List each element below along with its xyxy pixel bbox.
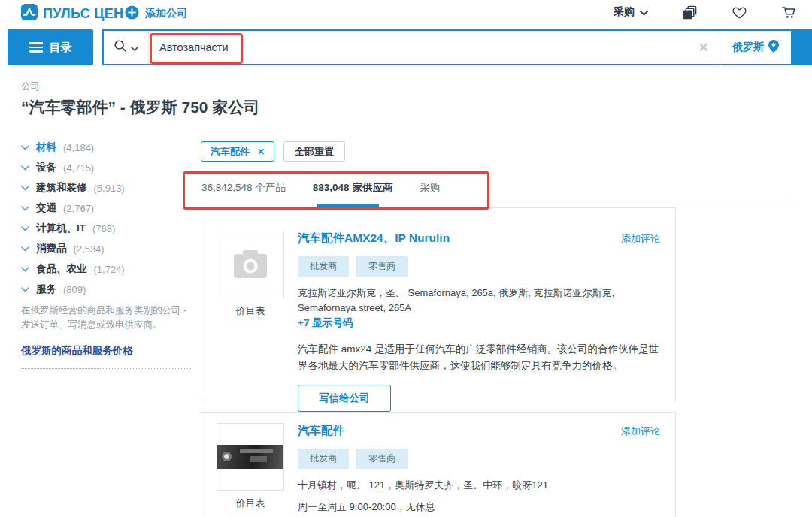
search-bar: ✕ 俄罗斯 bbox=[102, 29, 812, 65]
catalog-button[interactable]: 目录 bbox=[8, 29, 93, 65]
reset-all-button[interactable]: 全部重置 bbox=[283, 141, 345, 162]
category-sidebar: 材料 (4,184) 设备 (4,715) 建筑和装修 (5,913) 交通 (… bbox=[21, 142, 194, 304]
plus-icon bbox=[125, 5, 139, 22]
add-review-link[interactable]: 添加评论 bbox=[621, 232, 660, 246]
search-input[interactable] bbox=[149, 31, 688, 64]
topbar-actions: 采购 bbox=[614, 4, 797, 20]
tabs-divider bbox=[201, 204, 793, 204]
company-card-body: 汽车配件AMX24、IP Nurulin 添加评论 批发商 零售商 克拉斯诺亚尔… bbox=[298, 231, 660, 401]
company-card-body: 汽车配件 添加评论 批发商 零售商 十月镇村，呃。 121，奥斯特罗夫齐，圣。中… bbox=[298, 423, 660, 517]
region-selector[interactable]: 俄罗斯 bbox=[720, 40, 791, 55]
sidebar-item-construction[interactable]: 建筑和装修 (5,913) bbox=[21, 183, 194, 193]
company-photo-placeholder[interactable] bbox=[217, 231, 284, 298]
hours-weekdays: 周一至周五 9:00-20:00，无休息 bbox=[298, 499, 660, 516]
pricelist-link[interactable]: 价目表 bbox=[217, 304, 284, 318]
catalog-label: 目录 bbox=[50, 41, 72, 55]
pricelist-link[interactable]: 价目表 bbox=[217, 497, 284, 510]
badge-wholesaler: 批发商 bbox=[298, 449, 349, 469]
clear-search-icon[interactable]: ✕ bbox=[688, 40, 720, 56]
sidebar-item-materials[interactable]: 材料 (4,184) bbox=[21, 142, 194, 153]
badge-wholesaler: 批发商 bbox=[298, 256, 349, 277]
company-address: 十月镇村，呃。 121，奥斯特罗夫齐，圣。中环，咬呀121 bbox=[298, 478, 660, 493]
logo-text: ПУЛЬС ЦЕН bbox=[43, 6, 123, 22]
add-review-link[interactable]: 添加评论 bbox=[621, 425, 660, 438]
company-name-link[interactable]: 汽车配件AMX24、IP Nurulin bbox=[298, 231, 450, 246]
chip-close-icon[interactable]: ✕ bbox=[257, 147, 265, 157]
company-card: 价目表 汽车配件 添加评论 批发商 零售商 十月镇村，呃。 121，奥斯特罗夫齐… bbox=[201, 412, 676, 517]
company-photo-image bbox=[217, 445, 283, 469]
favorites-heart-icon[interactable] bbox=[731, 4, 747, 20]
write-to-company-button[interactable]: 写信给公司 bbox=[298, 385, 391, 412]
page-title: “汽车零部件” - 俄罗斯 750 家公司 bbox=[21, 97, 259, 118]
show-phone-link[interactable]: +7 显示号码 bbox=[298, 317, 353, 328]
company-photo-column: 价目表 bbox=[217, 423, 284, 517]
badge-retailer: 零售商 bbox=[356, 256, 408, 277]
sidebar-item-services[interactable]: 服务 (809) bbox=[21, 284, 194, 295]
sidebar-item-computers-it[interactable]: 计算机、IT (768) bbox=[21, 223, 194, 234]
sidebar-item-transport[interactable]: 交通 (2,767) bbox=[21, 203, 194, 213]
sidebar-prices-link[interactable]: 俄罗斯的商品和服务价格 bbox=[21, 344, 133, 358]
wheel-graphic bbox=[221, 451, 232, 462]
company-badges: 批发商 零售商 bbox=[298, 256, 660, 277]
company-badges: 批发商 零售商 bbox=[298, 449, 660, 469]
chevron-down-icon bbox=[21, 145, 29, 150]
sidebar-item-food-agriculture[interactable]: 食品、农业 (1,724) bbox=[21, 264, 194, 274]
chevron-down-icon bbox=[21, 246, 29, 252]
working-hours: 周一至周五 9:00-20:00，无休息 周六 10:00-19:00，无休息 … bbox=[298, 499, 660, 517]
search-submit-button[interactable] bbox=[791, 31, 810, 64]
sidebar-item-equipment[interactable]: 设备 (4,715) bbox=[21, 162, 194, 173]
cart-icon[interactable] bbox=[780, 4, 797, 20]
filter-chip-auto-parts[interactable]: 汽车配件 ✕ bbox=[201, 141, 274, 162]
region-label: 俄罗斯 bbox=[732, 41, 764, 54]
sidebar-item-consumer-goods[interactable]: 消费品 (2,534) bbox=[21, 243, 194, 254]
logo[interactable]: ПУЛЬС ЦЕН bbox=[21, 4, 123, 23]
tab-procurement[interactable]: 采购 bbox=[420, 181, 440, 207]
add-company-label: 添加公司 bbox=[145, 7, 187, 20]
result-tabs: 36,842,548 个产品 883,048 家供应商 采购 bbox=[201, 181, 440, 207]
search-icon bbox=[114, 39, 127, 56]
company-photo-column: 价目表 bbox=[217, 231, 284, 401]
chevron-down-icon bbox=[21, 226, 29, 231]
filter-chips: 汽车配件 ✕ 全部重置 bbox=[201, 141, 345, 162]
company-photo[interactable] bbox=[217, 423, 284, 491]
logo-pulse-icon bbox=[21, 4, 38, 23]
procurement-menu[interactable]: 采购 bbox=[614, 5, 648, 19]
procurement-label: 采购 bbox=[614, 5, 635, 19]
hamburger-icon bbox=[29, 42, 43, 53]
tab-suppliers[interactable]: 883,048 家供应商 bbox=[313, 181, 393, 207]
chevron-down-icon bbox=[131, 41, 138, 54]
search-category-selector[interactable] bbox=[104, 31, 149, 64]
chevron-down-icon bbox=[21, 186, 29, 191]
camera-icon bbox=[233, 250, 268, 279]
sidebar-divider bbox=[21, 368, 192, 369]
chevron-down-icon bbox=[21, 206, 29, 211]
page: ПУЛЬС ЦЕН 添加公司 采购 目录 bbox=[0, 0, 812, 517]
badge-retailer: 零售商 bbox=[356, 449, 408, 469]
chevron-down-icon bbox=[640, 6, 648, 18]
add-company-button[interactable]: 添加公司 bbox=[125, 5, 187, 22]
sidebar-note: 在俄罗斯经营的商品和服务类别的公司 - 发送订单、写消息或致电供应商。 bbox=[21, 304, 190, 333]
chevron-down-icon bbox=[21, 267, 29, 272]
company-address: 克拉斯诺亚尔斯克，圣。 Semafornaya, 265a, 俄罗斯, 克拉斯诺… bbox=[298, 286, 660, 316]
location-pin-icon bbox=[768, 40, 779, 55]
compare-icon[interactable] bbox=[681, 4, 698, 20]
company-card: 价目表 汽车配件AMX24、IP Nurulin 添加评论 批发商 零售商 克拉… bbox=[201, 207, 676, 401]
chevron-down-icon bbox=[21, 287, 29, 292]
breadcrumb[interactable]: 公司 bbox=[21, 80, 40, 93]
company-description: 汽车配件 amx24 是适用于任何汽车的广泛零部件经销商。该公司的合作伙伴是世界… bbox=[298, 341, 660, 374]
tab-products[interactable]: 36,842,548 个产品 bbox=[201, 181, 286, 207]
company-name-link[interactable]: 汽车配件 bbox=[298, 423, 344, 439]
chevron-down-icon bbox=[21, 165, 29, 171]
